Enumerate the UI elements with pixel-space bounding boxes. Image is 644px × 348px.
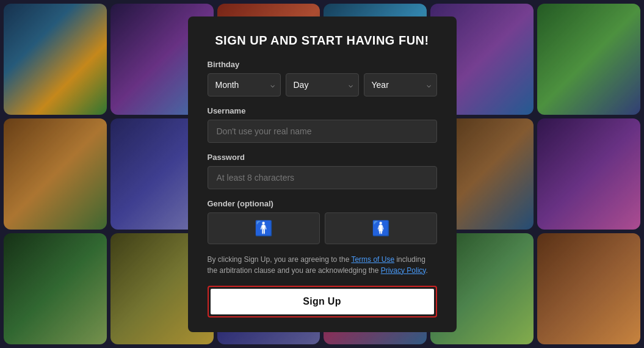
birthday-label: Birthday <box>208 60 437 69</box>
year-select[interactable]: Year202620252024202320222021202020192018… <box>364 73 437 96</box>
male-icon: 🚹 <box>255 220 273 237</box>
day-select-wrapper: Day1234567891011121314151617181920212223… <box>286 73 359 96</box>
modal-overlay: SIGN UP AND START HAVING FUN! Birthday M… <box>0 0 644 348</box>
terms-before-text: By clicking Sign Up, you are agreeing to… <box>208 255 352 264</box>
modal-title: SIGN UP AND START HAVING FUN! <box>208 34 437 48</box>
month-select-wrapper: MonthJanuaryFebruaryMarchAprilMayJuneJul… <box>208 73 281 96</box>
signup-button[interactable]: Sign Up <box>211 289 434 314</box>
male-gender-button[interactable]: 🚹 <box>208 212 320 244</box>
password-section: Password <box>208 153 437 189</box>
birthday-section: Birthday MonthJanuaryFebruaryMarchAprilM… <box>208 60 437 96</box>
privacy-policy-link[interactable]: Privacy Policy <box>381 266 426 275</box>
password-input[interactable] <box>208 166 437 189</box>
username-label: Username <box>208 106 437 115</box>
terms-text: By clicking Sign Up, you are agreeing to… <box>208 254 437 276</box>
birthday-row: MonthJanuaryFebruaryMarchAprilMayJuneJul… <box>208 73 437 96</box>
terms-of-use-link[interactable]: Terms of Use <box>351 255 394 264</box>
username-input[interactable] <box>208 120 437 143</box>
month-select[interactable]: MonthJanuaryFebruaryMarchAprilMayJuneJul… <box>208 73 281 96</box>
female-icon: 🚺 <box>372 220 390 237</box>
signup-button-wrapper: Sign Up <box>208 286 437 317</box>
password-label: Password <box>208 153 437 162</box>
signup-modal: SIGN UP AND START HAVING FUN! Birthday M… <box>188 16 457 332</box>
gender-section: Gender (optional) 🚹 🚺 <box>208 199 437 244</box>
username-section: Username <box>208 106 437 143</box>
female-gender-button[interactable]: 🚺 <box>325 212 437 244</box>
year-select-wrapper: Year202620252024202320222021202020192018… <box>364 73 437 96</box>
day-select[interactable]: Day1234567891011121314151617181920212223… <box>286 73 359 96</box>
gender-row: 🚹 🚺 <box>208 212 437 244</box>
terms-end-text: . <box>425 266 427 275</box>
gender-label: Gender (optional) <box>208 199 437 208</box>
